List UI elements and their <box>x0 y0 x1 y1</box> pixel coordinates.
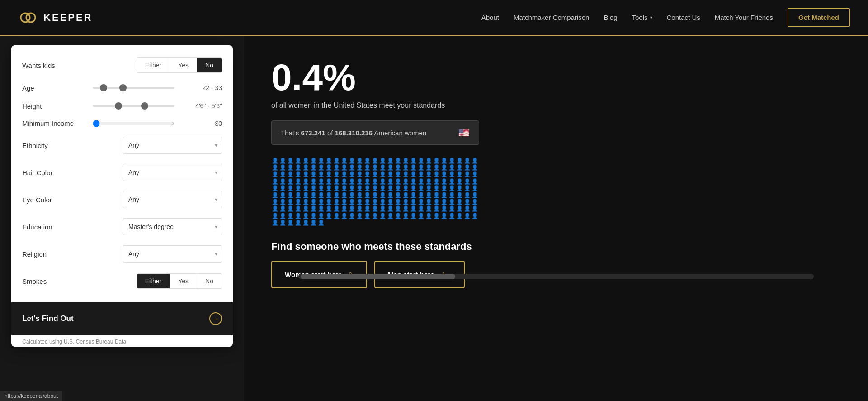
person-icon-97: 👤 <box>395 179 401 185</box>
stats-box: That's 673.241 of 168.310.216 American w… <box>271 120 479 145</box>
person-icon-50: 👤 <box>448 165 455 171</box>
person-icon-54: 👤 <box>272 172 278 177</box>
form-scroll-area[interactable]: Wants kids Either Yes No Age 22 - <box>11 45 233 299</box>
person-icon-204: 👤 <box>387 206 394 212</box>
nav-match-friends[interactable]: Match Your Friends <box>715 14 773 21</box>
person-icon-199: 👤 <box>349 206 355 212</box>
person-icon-15: 👤 <box>387 158 394 164</box>
person-icon-78: 👤 <box>456 172 463 177</box>
hair-color-select[interactable]: Any Blonde Brown Black Red Other <box>123 164 222 181</box>
education-select-wrapper: Any High School Some College Bachelor's … <box>123 218 222 235</box>
person-icon-147: 👤 <box>364 192 371 198</box>
smokes-row: Smokes Either Yes No <box>22 272 222 290</box>
person-icon-86: 👤 <box>310 179 317 185</box>
find-out-label: Let's Find Out <box>22 314 74 323</box>
eye-color-select[interactable]: Any Blue Brown Green Hazel Other <box>123 191 222 208</box>
stats-text: That's 673.241 of 168.310.216 American w… <box>281 129 426 137</box>
wants-kids-label: Wants kids <box>22 62 81 69</box>
education-select[interactable]: Any High School Some College Bachelor's … <box>123 218 222 235</box>
person-icon-201: 👤 <box>364 206 371 212</box>
wants-kids-no[interactable]: No <box>197 58 222 72</box>
person-icon-5: 👤 <box>310 158 317 164</box>
person-icon-208: 👤 <box>418 206 425 212</box>
person-icon-189: 👤 <box>272 206 278 212</box>
results-content: 0.4% of all women in the United States m… <box>271 59 841 288</box>
nav-about[interactable]: About <box>481 14 499 21</box>
age-range <box>93 83 174 92</box>
person-icon-172: 👤 <box>349 199 355 205</box>
person-icon-144: 👤 <box>341 192 348 198</box>
person-icon-151: 👤 <box>395 192 401 198</box>
person-icon-66: 👤 <box>364 172 371 177</box>
person-icon-75: 👤 <box>433 172 440 177</box>
person-icon-210: 👤 <box>433 206 440 212</box>
person-icon-32: 👤 <box>310 165 317 171</box>
find-out-button[interactable]: Let's Find Out → <box>11 302 233 335</box>
person-icon-190: 👤 <box>279 206 286 212</box>
person-icon-179: 👤 <box>402 199 409 205</box>
person-icon-8: 👤 <box>333 158 340 164</box>
person-icon-42: 👤 <box>387 165 394 171</box>
person-icon-47: 👤 <box>425 165 432 171</box>
smokes-yes[interactable]: Yes <box>170 274 197 288</box>
person-icon-87: 👤 <box>318 179 325 185</box>
person-icon-152: 👤 <box>402 192 409 198</box>
person-icon-233: 👤 <box>402 213 409 219</box>
person-icon-36: 👤 <box>341 165 348 171</box>
person-icon-126: 👤 <box>410 186 417 191</box>
person-icon-145: 👤 <box>349 192 355 198</box>
person-icon-156: 👤 <box>433 192 440 198</box>
person-icon-51: 👤 <box>456 165 463 171</box>
smokes-no[interactable]: No <box>197 274 222 288</box>
person-icon-2: 👤 <box>287 158 294 164</box>
person-icon-224: 👤 <box>333 213 340 219</box>
person-icon-212: 👤 <box>448 206 455 212</box>
wants-kids-either[interactable]: Either <box>137 58 170 72</box>
get-matched-button[interactable]: Get Matched <box>788 8 850 27</box>
person-icon-72: 👤 <box>410 172 417 177</box>
nav-contact[interactable]: Contact Us <box>667 14 700 21</box>
person-icon-213: 👤 <box>456 206 463 212</box>
religion-select[interactable]: Any Christian Jewish Muslim Hindu Buddhi… <box>123 245 222 263</box>
person-icon-4: 👤 <box>302 158 309 164</box>
person-icon-161: 👤 <box>472 192 478 198</box>
person-icon-118: 👤 <box>349 186 355 191</box>
nav-blog[interactable]: Blog <box>604 14 617 21</box>
person-icon-191: 👤 <box>287 206 294 212</box>
person-icon-38: 👤 <box>356 165 363 171</box>
income-range[interactable] <box>93 120 174 127</box>
logo-text: KEEPER <box>43 12 92 24</box>
person-icon-107: 👤 <box>472 179 478 185</box>
person-icon-181: 👤 <box>418 199 425 205</box>
page-scrollbar[interactable] <box>298 274 814 279</box>
wants-kids-yes[interactable]: Yes <box>170 58 197 72</box>
person-icon-7: 👤 <box>326 158 332 164</box>
person-icon-157: 👤 <box>441 192 448 198</box>
tools-chevron-icon: ▾ <box>650 15 652 20</box>
person-icon-60: 👤 <box>318 172 325 177</box>
person-icon-95: 👤 <box>379 179 386 185</box>
person-icon-115: 👤 <box>326 186 332 191</box>
person-icon-200: 👤 <box>356 206 363 212</box>
person-icon-24: 👤 <box>456 158 463 164</box>
person-icon-43: 👤 <box>395 165 401 171</box>
flag-icon: 🇺🇸 <box>458 127 470 138</box>
nav-tools-dropdown[interactable]: Tools ▾ <box>632 14 652 21</box>
person-icon-123: 👤 <box>387 186 394 191</box>
nav-matchmaker[interactable]: Matchmaker Comparison <box>514 14 590 21</box>
person-icon-239: 👤 <box>448 213 455 219</box>
person-icon-241: 👤 <box>464 213 471 219</box>
person-icon-48: 👤 <box>433 165 440 171</box>
ethnicity-select[interactable]: Any White Black Hispanic Asian Other <box>123 137 222 154</box>
logo[interactable]: KEEPER <box>18 8 92 28</box>
smokes-either[interactable]: Either <box>137 274 170 288</box>
person-icon-39: 👤 <box>364 165 371 171</box>
person-icon-91: 👤 <box>349 179 355 185</box>
person-icon-180: 👤 <box>410 199 417 205</box>
wants-kids-toggle: Either Yes No <box>137 57 222 73</box>
person-icon-166: 👤 <box>302 199 309 205</box>
person-icon-240: 👤 <box>456 213 463 219</box>
person-icon-182: 👤 <box>425 199 432 205</box>
person-icon-183: 👤 <box>433 199 440 205</box>
person-icon-13: 👤 <box>372 158 378 164</box>
